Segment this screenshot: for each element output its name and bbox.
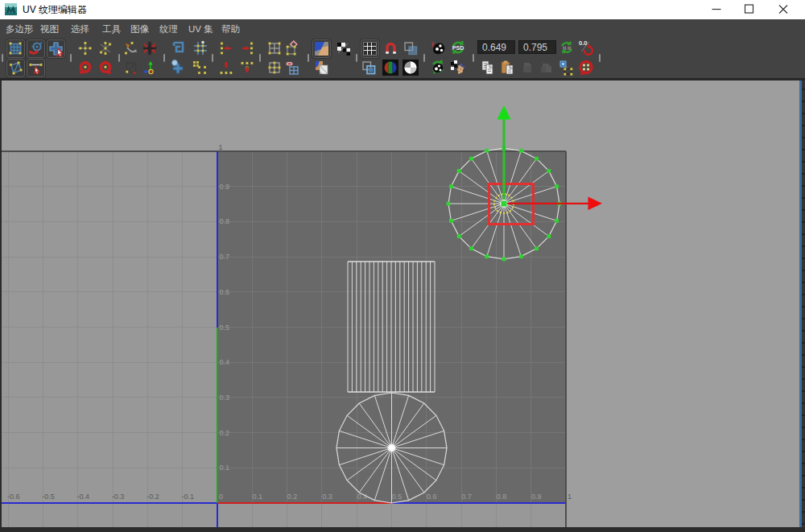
- svg-text:0.6: 0.6: [427, 493, 437, 501]
- svg-text:-0.4: -0.4: [77, 493, 90, 501]
- svg-text:0.3: 0.3: [322, 493, 332, 501]
- svg-text:1: 1: [568, 493, 572, 501]
- svg-text:0.2: 0.2: [220, 429, 230, 437]
- svg-text:-0.1: -0.1: [181, 493, 194, 501]
- svg-text:PSD: PSD: [452, 45, 464, 51]
- svg-text:0.5: 0.5: [392, 493, 402, 501]
- svg-text:1: 1: [219, 143, 223, 151]
- svg-text:-0.6: -0.6: [7, 493, 20, 501]
- svg-text:0.8: 0.8: [220, 217, 230, 225]
- svg-text:-0.3: -0.3: [112, 493, 125, 501]
- svg-text:-0.5: -0.5: [42, 493, 55, 501]
- svg-text:0.3: 0.3: [220, 394, 230, 402]
- svg-text:0.8: 0.8: [497, 493, 507, 501]
- svg-text:0.5: 0.5: [220, 324, 230, 332]
- svg-text:0.7: 0.7: [461, 493, 472, 501]
- svg-text:0.6: 0.6: [220, 288, 230, 296]
- svg-text:0.9: 0.9: [220, 183, 230, 191]
- svg-text:0: 0: [219, 493, 223, 501]
- svg-text:0.1: 0.1: [220, 464, 230, 472]
- svg-text:-0.2: -0.2: [147, 493, 159, 501]
- svg-text:0.9: 0.9: [531, 493, 542, 501]
- svg-text:0.1: 0.1: [253, 493, 263, 501]
- svg-text:0.7: 0.7: [220, 253, 230, 261]
- svg-text:0.4: 0.4: [220, 358, 230, 366]
- svg-text:0.2: 0.2: [287, 493, 298, 501]
- svg-text:0.0: 0.0: [563, 45, 571, 51]
